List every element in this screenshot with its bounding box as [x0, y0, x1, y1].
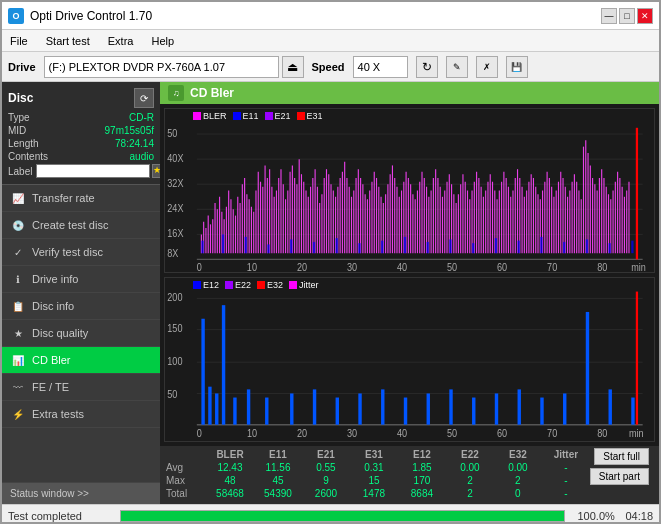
- svg-text:50: 50: [447, 261, 457, 272]
- svg-text:80: 80: [597, 261, 607, 272]
- title-bar: O Opti Drive Control 1.70 — □ ✕: [2, 2, 659, 30]
- table-total-label: Total: [166, 488, 206, 499]
- table-avg-e12: 1.85: [398, 462, 446, 473]
- svg-rect-272: [495, 393, 498, 424]
- contents-label: Contents: [8, 151, 48, 162]
- start-part-button[interactable]: Start part: [590, 468, 649, 485]
- table-max-e12: 170: [398, 475, 446, 486]
- main-area: Disc ⟳ Type CD-R MID 97m15s05f Length 78…: [2, 82, 659, 504]
- table-max-bler: 48: [206, 475, 254, 486]
- menu-help[interactable]: Help: [147, 34, 178, 48]
- disc-contents-row: Contents audio: [8, 151, 154, 162]
- sidebar-item-disc-quality[interactable]: ★ Disc quality: [2, 320, 160, 347]
- minimize-button[interactable]: —: [601, 8, 617, 24]
- legend-e21-label: E21: [275, 111, 291, 121]
- speed-selector[interactable]: 40 X: [353, 56, 408, 78]
- length-value: 78:24.14: [115, 138, 154, 149]
- svg-rect-222: [381, 241, 383, 254]
- sidebar-item-create-test-disc[interactable]: 💿 Create test disc: [2, 212, 160, 239]
- svg-text:8X: 8X: [167, 248, 179, 260]
- svg-rect-263: [290, 393, 293, 424]
- speed-value: 40 X: [358, 61, 381, 73]
- transfer-rate-icon: 📈: [10, 190, 26, 206]
- maximize-button[interactable]: □: [619, 8, 635, 24]
- legend-e12-label: E12: [203, 280, 219, 290]
- svg-text:40: 40: [397, 261, 407, 272]
- table-avg-bler: 12.43: [206, 462, 254, 473]
- upper-chart: BLER E11 E21 E31: [164, 108, 655, 273]
- svg-rect-225: [449, 239, 451, 253]
- status-window-button[interactable]: Status window >>: [2, 482, 160, 504]
- charts-area: BLER E11 E21 E31: [160, 104, 659, 446]
- content-area: ♫ CD Bler BLER E11 E21: [160, 82, 659, 504]
- write-button[interactable]: ✎: [446, 56, 468, 78]
- svg-rect-258: [215, 393, 218, 424]
- menu-start-test[interactable]: Start test: [42, 34, 94, 48]
- sidebar: Disc ⟳ Type CD-R MID 97m15s05f Length 78…: [2, 82, 160, 504]
- svg-rect-259: [222, 305, 225, 425]
- label-input[interactable]: [36, 164, 150, 178]
- chart-title: CD Bler: [190, 86, 234, 100]
- menu-extra[interactable]: Extra: [104, 34, 138, 48]
- table-total-e22: 2: [446, 488, 494, 499]
- disc-mid-row: MID 97m15s05f: [8, 125, 154, 136]
- svg-text:24X: 24X: [167, 202, 184, 214]
- svg-rect-233: [631, 241, 633, 254]
- eject-button[interactable]: ⏏: [282, 56, 304, 78]
- menu-file[interactable]: File: [6, 34, 32, 48]
- fe-te-icon: 〰: [10, 379, 26, 395]
- close-button[interactable]: ✕: [637, 8, 653, 24]
- table-header-row: BLER E11 E21 E31 E12 E22 E32 Jitter: [166, 448, 590, 461]
- svg-text:70: 70: [547, 261, 557, 272]
- table-header-e32: E32: [494, 449, 542, 460]
- window-controls[interactable]: — □ ✕: [601, 8, 653, 24]
- start-full-button[interactable]: Start full: [594, 448, 649, 465]
- save-button[interactable]: 💾: [506, 56, 528, 78]
- svg-rect-226: [472, 243, 474, 253]
- upper-chart-svg: 50 40X 32X 24X 16X 8X 0 10 20 30 40 50 6…: [165, 109, 654, 272]
- svg-text:80: 80: [597, 427, 608, 439]
- sidebar-item-verify-test-disc[interactable]: ✓ Verify test disc: [2, 239, 160, 266]
- table-max-e11: 45: [254, 475, 302, 486]
- legend-e11: E11: [233, 111, 259, 121]
- sidebar-item-cd-bler[interactable]: 📊 CD Bler: [2, 347, 160, 374]
- svg-text:40: 40: [397, 427, 408, 439]
- svg-rect-227: [495, 238, 497, 253]
- sidebar-item-fe-te[interactable]: 〰 FE / TE: [2, 374, 160, 401]
- table-header-e22: E22: [446, 449, 494, 460]
- refresh-button[interactable]: ↻: [416, 56, 438, 78]
- drive-selector[interactable]: (F:) PLEXTOR DVDR PX-760A 1.07: [44, 56, 279, 78]
- disc-quality-label: Disc quality: [32, 327, 88, 339]
- table-avg-e22: 0.00: [446, 462, 494, 473]
- table-header-empty: [166, 449, 206, 460]
- svg-text:30: 30: [347, 427, 358, 439]
- svg-text:min: min: [629, 427, 644, 439]
- cd-bler-label: CD Bler: [32, 354, 71, 366]
- disc-icon-button[interactable]: ⟳: [134, 88, 154, 108]
- svg-rect-228: [518, 241, 520, 254]
- legend-e31-label: E31: [307, 111, 323, 121]
- progress-bar-fill: [121, 511, 564, 521]
- table-header-jitter: Jitter: [542, 449, 590, 460]
- sidebar-item-transfer-rate[interactable]: 📈 Transfer rate: [2, 185, 160, 212]
- table-total-e21: 2600: [302, 488, 350, 499]
- disc-section: Disc ⟳ Type CD-R MID 97m15s05f Length 78…: [2, 82, 160, 185]
- svg-rect-218: [290, 239, 292, 253]
- svg-rect-270: [449, 389, 452, 424]
- progress-percentage: 100.0%: [577, 510, 617, 522]
- svg-text:30: 30: [347, 261, 357, 272]
- speed-label: Speed: [312, 61, 345, 73]
- svg-text:20: 20: [297, 427, 308, 439]
- sidebar-item-disc-info[interactable]: 📋 Disc info: [2, 293, 160, 320]
- svg-rect-230: [563, 242, 565, 253]
- erase-button[interactable]: ✗: [476, 56, 498, 78]
- legend-bler: BLER: [193, 111, 227, 121]
- svg-rect-219: [313, 242, 315, 253]
- svg-rect-273: [518, 389, 521, 424]
- svg-text:32X: 32X: [167, 177, 184, 189]
- sidebar-item-drive-info[interactable]: ℹ Drive info: [2, 266, 160, 293]
- sidebar-item-extra-tests[interactable]: ⚡ Extra tests: [2, 401, 160, 428]
- svg-rect-221: [358, 243, 360, 253]
- verify-test-disc-icon: ✓: [10, 244, 26, 260]
- svg-text:60: 60: [497, 261, 507, 272]
